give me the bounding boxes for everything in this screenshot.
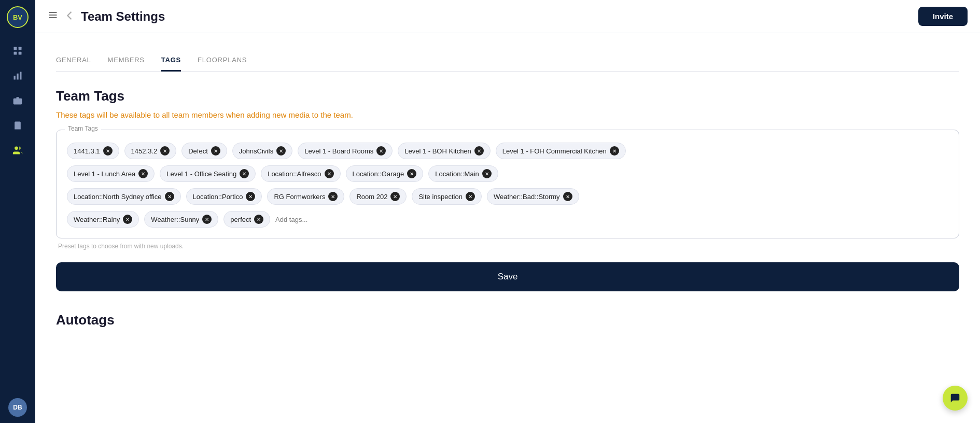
tag-level1-foh-commercial-kitchen: Level 1 - FOH Commercial Kitchen ✕ [496, 143, 626, 159]
tag-room-202: Room 202 ✕ [349, 188, 407, 205]
tag-johnsciviis: JohnsCiviIs ✕ [232, 143, 292, 159]
brand-logo[interactable]: BV [7, 6, 29, 28]
tag-location-north-sydney: Location::North Sydney office ✕ [67, 188, 181, 205]
autotags-title: Autotags [56, 312, 959, 328]
svg-rect-1 [19, 47, 22, 50]
tags-row-1: 1441.3.1 ✕ 1452.3.2 ✕ Defect ✕ JohnsCivi… [67, 143, 948, 159]
tags-legend: Team Tags [65, 125, 101, 132]
tag-1441-3-1: 1441.3.1 ✕ [67, 143, 119, 159]
remove-tag-location-alfresco[interactable]: ✕ [325, 169, 334, 178]
svg-rect-0 [14, 47, 17, 50]
tag-level1-lunch-area: Level 1 - Lunch Area ✕ [67, 165, 155, 182]
grid-nav-icon[interactable] [7, 40, 28, 61]
remove-tag-location-north-sydney[interactable]: ✕ [165, 192, 174, 201]
tag-perfect: perfect ✕ [223, 211, 270, 228]
tab-members[interactable]: MEMBERS [108, 50, 145, 72]
remove-tag-1441-3-1[interactable]: ✕ [103, 146, 113, 156]
remove-tag-level1-board-rooms[interactable]: ✕ [376, 146, 386, 156]
tag-defect: Defect ✕ [181, 143, 227, 159]
tags-fieldset: Team Tags 1441.3.1 ✕ 1452.3.2 ✕ Defect ✕ [56, 130, 959, 238]
main-content: GENERAL MEMBERS TAGS FLOORPLANS Team Tag… [35, 33, 980, 423]
remove-tag-location-main[interactable]: ✕ [482, 169, 492, 178]
svg-point-7 [15, 147, 18, 150]
remove-tag-perfect[interactable]: ✕ [254, 215, 263, 224]
svg-rect-6 [20, 72, 21, 80]
remove-tag-level1-boh-kitchen[interactable]: ✕ [474, 146, 484, 156]
tag-1452-3-2: 1452.3.2 ✕ [124, 143, 177, 159]
tag-location-main: Location::Main ✕ [428, 165, 498, 182]
remove-tag-site-inspection[interactable]: ✕ [466, 192, 475, 201]
topbar: Team Settings Invite [35, 0, 980, 33]
team-nav-icon[interactable] [7, 140, 28, 161]
remove-tag-weather-rainy[interactable]: ✕ [123, 215, 132, 224]
tag-location-garage: Location::Garage ✕ [346, 165, 424, 182]
tag-site-inspection: Site inspection ✕ [412, 188, 482, 205]
tag-location-alfresco: Location::Alfresco ✕ [261, 165, 340, 182]
remove-tag-defect[interactable]: ✕ [211, 146, 220, 156]
tags-row-3: Location::North Sydney office ✕ Location… [67, 188, 948, 205]
tags-row-4: Weather::Rainy ✕ Weather::Sunny ✕ perfec… [67, 211, 948, 228]
tag-location-portico: Location::Portico ✕ [186, 188, 262, 205]
tag-level1-office-seating: Level 1 - Office Seating ✕ [160, 165, 256, 182]
remove-tag-weather-sunny[interactable]: ✕ [202, 215, 212, 224]
remove-tag-location-garage[interactable]: ✕ [407, 169, 416, 178]
svg-rect-4 [14, 76, 16, 80]
save-button[interactable]: Save [56, 262, 959, 291]
tag-level1-boh-kitchen: Level 1 - BOH Kitchen ✕ [398, 143, 491, 159]
tag-level1-board-rooms: Level 1 - Board Rooms ✕ [298, 143, 393, 159]
back-icon[interactable] [66, 11, 73, 22]
tabs-nav: GENERAL MEMBERS TAGS FLOORPLANS [56, 50, 959, 72]
svg-rect-5 [17, 74, 18, 80]
user-avatar[interactable]: DB [8, 398, 27, 417]
tag-weather-sunny: Weather::Sunny ✕ [144, 211, 218, 228]
tags-row-2: Level 1 - Lunch Area ✕ Level 1 - Office … [67, 165, 948, 182]
tab-general[interactable]: GENERAL [56, 50, 91, 72]
remove-tag-level1-foh-commercial-kitchen[interactable]: ✕ [610, 146, 619, 156]
chat-widget[interactable] [943, 386, 968, 411]
tab-floorplans[interactable]: FLOORPLANS [198, 50, 247, 72]
menu-icon[interactable] [48, 10, 58, 23]
add-tags-input[interactable] [275, 216, 362, 223]
tag-rg-formworkers: RG Formworkers ✕ [267, 188, 344, 205]
sidebar: BV DB [0, 0, 35, 423]
invite-button[interactable]: Invite [918, 7, 968, 26]
remove-tag-location-portico[interactable]: ✕ [246, 192, 255, 201]
tags-hint: Preset tags to choose from with new uplo… [56, 243, 959, 250]
building-nav-icon[interactable] [7, 115, 28, 136]
remove-tag-level1-lunch-area[interactable]: ✕ [138, 169, 148, 178]
tab-tags[interactable]: TAGS [161, 50, 181, 72]
page-title: Team Settings [81, 9, 910, 24]
chart-nav-icon[interactable] [7, 65, 28, 86]
remove-tag-weather-bad-stormy[interactable]: ✕ [563, 192, 572, 201]
svg-rect-3 [19, 52, 22, 55]
team-tags-description: These tags will be available to all team… [56, 110, 959, 119]
remove-tag-rg-formworkers[interactable]: ✕ [328, 192, 338, 201]
remove-tag-room-202[interactable]: ✕ [390, 192, 400, 201]
remove-tag-johnsciviis[interactable]: ✕ [276, 146, 286, 156]
tag-weather-rainy: Weather::Rainy ✕ [67, 211, 139, 228]
remove-tag-1452-3-2[interactable]: ✕ [160, 146, 170, 156]
team-tags-title: Team Tags [56, 88, 959, 104]
tags-rows: 1441.3.1 ✕ 1452.3.2 ✕ Defect ✕ JohnsCivi… [67, 138, 948, 228]
briefcase-nav-icon[interactable] [7, 90, 28, 111]
svg-rect-2 [14, 52, 17, 55]
remove-tag-level1-office-seating[interactable]: ✕ [240, 169, 249, 178]
tag-weather-bad-stormy: Weather::Bad::Stormy ✕ [487, 188, 579, 205]
